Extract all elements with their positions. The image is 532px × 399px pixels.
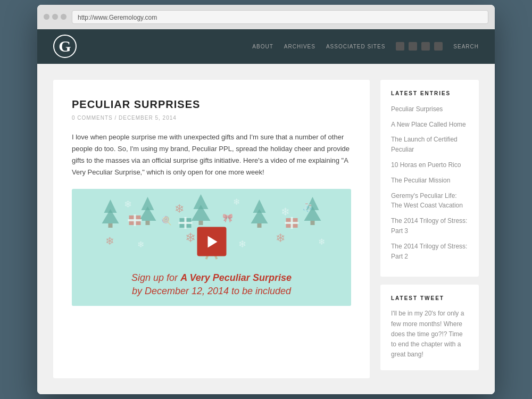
svg-text:❄: ❄ [281,206,290,218]
site-content: PECULIAR SURPRISES 0 COMMENTS / DECEMBER… [37,64,495,395]
latest-tweet-text: I'll be in my 20's for only a few more m… [391,309,468,360]
svg-text:❄: ❄ [318,237,325,246]
sidebar: LATEST ENTRIES Peculiar Surprises A New … [380,80,479,379]
video-text: Sign up for A Very Peculiar Surprise by … [80,271,343,298]
browser-dot-green [61,14,66,20]
video-overlay: Sign up for A Very Peculiar Surprise by … [72,263,351,306]
svg-text:❄: ❄ [276,231,285,245]
entry-link-7[interactable]: The 2014 Trilogy of Stress: Part 3 [391,217,467,235]
vimeo-icon[interactable] [421,42,430,51]
svg-rect-22 [128,219,142,221]
svg-rect-6 [146,221,150,225]
entry-link-4[interactable]: 10 Horas en Puerto Rico [391,161,461,169]
list-item: The Launch of Certified Peculiar [391,134,468,154]
svg-text:❄: ❄ [238,239,246,250]
video-thumbnail[interactable]: ❄ ❄ ❄ ❄ [72,189,351,306]
site-logo: G [53,35,77,58]
browser-chrome: http://www.Geremology.com [37,5,495,29]
list-item: The 2014 Trilogy of Stress: Part 2 [391,241,468,261]
svg-rect-15 [311,221,315,225]
browser-window: http://www.Geremology.com G ABOUT ARCHIV… [37,5,495,395]
nav-social-icons [396,42,443,51]
svg-text:🍭: 🍭 [161,215,172,226]
list-item: Geremy's Peculiar Life: The West Coast V… [391,190,468,211]
latest-entries-widget: LATEST ENTRIES Peculiar Surprises A New … [380,80,479,277]
svg-text:❄: ❄ [137,240,144,249]
svg-rect-3 [109,223,113,228]
post-body: I love when people surprise me with unex… [72,131,351,178]
entry-link-3[interactable]: The Launch of Certified Peculiar [391,136,458,153]
nav-archives[interactable]: ARCHIVES [284,44,315,49]
entry-link-6[interactable]: Geremy's Peculiar Life: The West Coast V… [391,192,463,210]
entry-link-2[interactable]: A New Place Called Home [391,121,466,128]
list-item: The 2014 Trilogy of Stress: Part 3 [391,215,468,236]
entry-link-1[interactable]: Peculiar Surprises [391,105,443,113]
site-wrapper: G ABOUT ARCHIVES ASSOCIATED SITES SEARCH… [37,29,495,395]
latest-entries-list: Peculiar Surprises A New Place Called Ho… [391,104,468,261]
latest-entries-title: LATEST ENTRIES [391,90,468,96]
address-bar[interactable]: http://www.Geremology.com [72,10,488,24]
browser-dots [44,14,66,20]
browser-dot-yellow [52,14,58,20]
svg-text:🎀: 🎀 [222,213,233,223]
entry-link-5[interactable]: The Peculiar Mission [391,177,450,184]
browser-dot-red [44,14,49,20]
nav-search[interactable]: SEARCH [453,44,479,49]
nav-about[interactable]: ABOUT [252,44,273,49]
svg-text:❄: ❄ [124,199,132,210]
svg-text:🧦: 🧦 [302,202,313,212]
list-item: 10 Horas en Puerto Rico [391,160,468,170]
nav-associated-sites[interactable]: ASSOCIATED SITES [326,44,385,49]
twitter-icon[interactable] [396,42,404,51]
svg-rect-9 [199,221,203,225]
svg-text:❄: ❄ [233,197,240,206]
site-header: G ABOUT ARCHIVES ASSOCIATED SITES SEARCH [37,29,495,64]
list-item: The Peculiar Mission [391,175,468,185]
svg-rect-28 [285,222,299,224]
entry-link-8[interactable]: The 2014 Trilogy of Stress: Part 2 [391,243,467,260]
site-nav: ABOUT ARCHIVES ASSOCIATED SITES SEARCH [252,42,479,51]
svg-rect-12 [257,223,262,228]
instagram-icon[interactable] [434,42,443,51]
list-item: Peculiar Surprises [391,104,468,114]
latest-tweet-title: LATEST TWEET [391,295,468,301]
post-title: PECULIAR SURPRISES [72,98,351,111]
list-item: A New Place Called Home [391,119,468,129]
svg-text:❄: ❄ [174,202,184,215]
svg-text:❄: ❄ [185,230,196,245]
post-meta: 0 COMMENTS / DECEMBER 5, 2014 [72,115,351,121]
latest-tweet-widget: LATEST TWEET I'll be in my 20's for only… [380,285,479,370]
svg-text:❄: ❄ [105,235,114,247]
facebook-icon[interactable] [409,42,417,51]
main-column: PECULIAR SURPRISES 0 COMMENTS / DECEMBER… [53,80,370,379]
svg-rect-25 [179,222,193,224]
video-play-button[interactable] [197,227,226,256]
